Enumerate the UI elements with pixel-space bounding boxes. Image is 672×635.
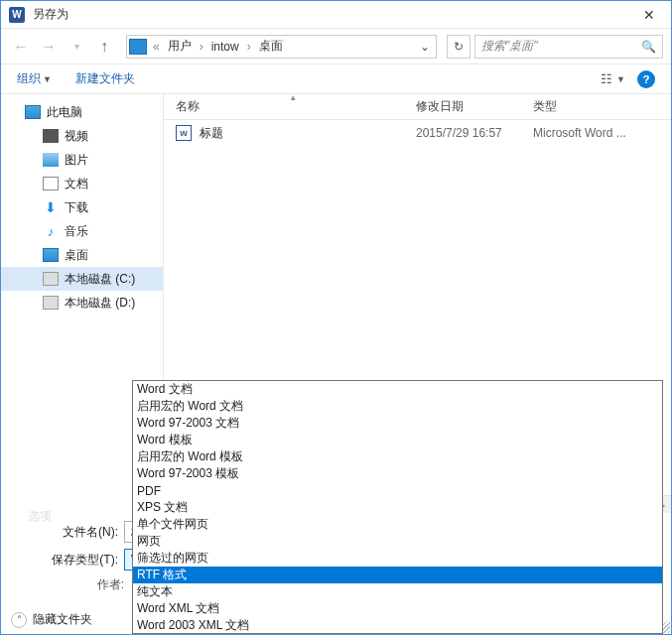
view-icon: ☷ [601,71,612,86]
filetype-option[interactable]: Word 2003 XML 文档 [133,617,662,634]
chevron-down-icon: ▼ [616,74,625,84]
filetype-option[interactable]: Word 模板 [133,432,662,448]
nav-forward-button[interactable]: → [37,35,61,59]
music-icon: ♪ [43,224,59,238]
search-input[interactable]: 搜索"桌面" 🔍 [474,35,663,59]
file-name: 标题 [200,125,416,142]
tree-this-pc[interactable]: 此电脑 [1,100,163,124]
video-icon [43,129,59,143]
filetype-option[interactable]: 网页 [133,533,662,550]
filename-label: 文件名(N): [11,524,124,541]
col-header-name[interactable]: 名称 [176,98,416,115]
search-placeholder: 搜索"桌面" [481,38,538,55]
filetype-option[interactable]: XPS 文档 [133,499,662,516]
location-icon [129,39,147,55]
close-button[interactable]: ✕ [635,1,663,29]
tree-pictures[interactable]: 图片 [1,148,163,172]
view-options-button[interactable]: ☷ ▼ [601,71,625,86]
file-row[interactable]: W 标题 2015/7/29 16:57 Microsoft Word ... [164,120,671,146]
hide-folders-button[interactable]: ˄ 隐藏文件夹 [11,611,92,628]
sort-indicator-icon: ▴ [291,92,296,102]
nav-bar: ← → ▾ ↑ « 用户 › intow › 桌面 ⌄ ↻ 搜索"桌面" 🔍 [1,29,671,64]
chevron-up-icon: ˄ [11,612,27,628]
download-icon: ⬇ [43,200,59,214]
filetype-option[interactable]: 启用宏的 Word 模板 [133,448,662,465]
tree-music[interactable]: ♪ 音乐 [1,219,163,243]
filetype-label: 保存类型(T): [11,552,124,569]
chevron-down-icon: ▼ [43,74,52,84]
word-file-icon: W [176,125,192,141]
col-header-type[interactable]: 类型 [533,98,671,115]
tree-documents[interactable]: 文档 [1,172,163,195]
filetype-option[interactable]: RTF 格式 [133,567,662,583]
filetype-option[interactable]: Word 97-2003 模板 [133,465,662,482]
nav-recent-dropdown[interactable]: ▾ [65,35,88,59]
help-button[interactable]: ? [637,70,655,88]
filetype-option[interactable]: 单个文件网页 [133,516,662,533]
window-title: 另存为 [33,6,635,23]
options-text: 选项 [28,508,52,525]
breadcrumb-sep: « [151,40,162,54]
drive-icon [43,296,59,310]
col-header-date[interactable]: 修改日期 [416,98,533,115]
tree-drive-c[interactable]: 本地磁盘 (C:) [1,267,163,291]
organize-button[interactable]: 组织▼ [17,70,52,87]
filetype-option[interactable]: Word 97-2003 文档 [133,415,662,432]
word-app-icon: W [9,7,25,23]
file-type: Microsoft Word ... [533,126,626,140]
address-dropdown-icon[interactable]: ⌄ [416,40,434,54]
filetype-option[interactable]: Word XML 文档 [133,600,662,617]
file-date: 2015/7/29 16:57 [416,126,533,140]
image-icon [43,153,59,167]
document-icon [43,177,59,190]
search-icon: 🔍 [641,40,656,54]
filetype-option[interactable]: 纯文本 [133,583,662,600]
filetype-option[interactable]: PDF [133,482,662,499]
toolbar: 组织▼ 新建文件夹 ☷ ▼ ? [1,64,671,94]
nav-back-button[interactable]: ← [9,35,33,59]
filetype-option[interactable]: Word 文档 [133,381,662,398]
filetype-dropdown-list[interactable]: Word 文档启用宏的 Word 文档Word 97-2003 文档Word 模… [132,380,663,634]
breadcrumb-users[interactable]: 用户 [166,38,194,55]
breadcrumb-desktop[interactable]: 桌面 [257,38,285,55]
desktop-icon [43,248,59,262]
pc-icon [25,105,41,119]
refresh-button[interactable]: ↻ [447,35,470,59]
new-folder-button[interactable]: 新建文件夹 [75,70,135,87]
nav-up-button[interactable]: ↑ [92,35,116,59]
tree-desktop[interactable]: 桌面 [1,243,163,267]
author-label: 作者: [31,576,124,593]
address-bar[interactable]: « 用户 › intow › 桌面 ⌄ [126,35,437,59]
tree-downloads[interactable]: ⬇ 下载 [1,195,163,219]
column-headers: ▴ 名称 修改日期 类型 [164,94,671,120]
drive-icon [43,272,59,286]
filetype-option[interactable]: 启用宏的 Word 文档 [133,398,662,415]
titlebar: W 另存为 ✕ [1,1,671,29]
tree-drive-d[interactable]: 本地磁盘 (D:) [1,291,163,315]
filetype-option[interactable]: 筛选过的网页 [133,550,662,567]
tree-videos[interactable]: 视频 [1,124,163,148]
breadcrumb-user[interactable]: intow [209,40,241,54]
